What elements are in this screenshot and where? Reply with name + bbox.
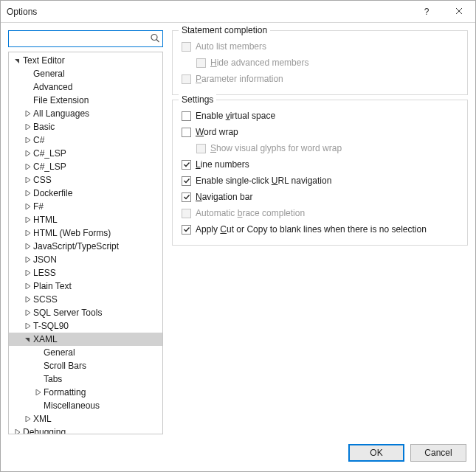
tree-item-label: General: [33, 69, 65, 79]
option-row: Auto list members: [182, 38, 458, 55]
tree-item[interactable]: File Extension: [9, 94, 162, 107]
checkbox[interactable]: [182, 128, 191, 137]
chevron-down-icon[interactable]: [13, 56, 22, 65]
chevron-right-icon[interactable]: [24, 149, 32, 158]
tree-item[interactable]: Advanced: [9, 80, 162, 94]
tree-item[interactable]: F#: [9, 200, 162, 213]
option-row[interactable]: Apply Cut or Copy to blank lines when th…: [182, 221, 458, 237]
search-field-wrap: [8, 30, 163, 47]
options-dialog: Options ? Text EditorGeneralAdvancedFile…: [0, 0, 476, 472]
cancel-button[interactable]: Cancel: [410, 444, 466, 462]
tree-item[interactable]: Plain Text: [9, 280, 162, 293]
chevron-right-icon[interactable]: [24, 255, 32, 264]
option-label: Navigation bar: [196, 192, 252, 202]
tree-item[interactable]: General: [9, 346, 162, 359]
category-tree[interactable]: Text EditorGeneralAdvancedFile Extension…: [9, 52, 162, 434]
help-button[interactable]: ?: [410, 1, 443, 23]
tree-item-label: Plain Text: [33, 281, 72, 291]
tree-item[interactable]: JavaScript/TypeScript: [9, 240, 162, 253]
checkbox: [182, 74, 191, 84]
chevron-right-icon[interactable]: [13, 428, 22, 434]
tree-spacer: [34, 348, 43, 357]
checkbox[interactable]: [182, 192, 191, 202]
checkbox[interactable]: [182, 160, 191, 170]
tree-item-label: Basic: [33, 122, 55, 132]
option-row[interactable]: Word wrap: [182, 124, 458, 140]
option-label: Automatic brace completion: [196, 208, 305, 218]
tree-item-label: LESS: [33, 268, 56, 278]
tree-item-label: All Languages: [33, 108, 89, 119]
tree-item[interactable]: JSON: [9, 253, 162, 266]
tree-item[interactable]: SQL Server Tools: [9, 306, 162, 319]
option-row[interactable]: Navigation bar: [182, 189, 458, 205]
tree-item[interactable]: Scroll Bars: [9, 359, 162, 372]
chevron-right-icon[interactable]: [24, 295, 32, 304]
tree-item[interactable]: Tabs: [9, 372, 162, 386]
chevron-right-icon[interactable]: [24, 136, 32, 145]
tree-item[interactable]: SCSS: [9, 293, 162, 306]
tree-item[interactable]: XAML: [9, 333, 162, 346]
chevron-right-icon[interactable]: [24, 189, 32, 198]
chevron-right-icon[interactable]: [24, 229, 32, 237]
tree-item-label: F#: [33, 201, 44, 212]
checkbox[interactable]: [182, 111, 191, 121]
tree-item[interactable]: Dockerfile: [9, 187, 162, 200]
search-icon[interactable]: [150, 32, 160, 45]
option-row[interactable]: Enable virtual space: [182, 108, 458, 124]
tree-item[interactable]: All Languages: [9, 107, 162, 120]
chevron-right-icon[interactable]: [24, 109, 32, 118]
tree-item[interactable]: C#_LSP: [9, 160, 162, 173]
chevron-right-icon[interactable]: [24, 268, 32, 277]
group-statement-completion: Statement completion Auto list membersHi…: [172, 30, 468, 95]
tree-item[interactable]: HTML (Web Forms): [9, 226, 162, 240]
chevron-down-icon[interactable]: [24, 335, 32, 344]
chevron-right-icon[interactable]: [24, 414, 32, 423]
chevron-right-icon[interactable]: [24, 202, 32, 211]
tree-item-label: C#_LSP: [33, 162, 66, 172]
tree-item[interactable]: C#_LSP: [9, 147, 162, 160]
ok-button[interactable]: OK: [348, 444, 404, 462]
tree-item[interactable]: Debugging: [9, 426, 162, 434]
chevron-right-icon[interactable]: [24, 242, 32, 251]
tree-item[interactable]: XML: [9, 412, 162, 426]
tree-item[interactable]: Formatting: [9, 386, 162, 399]
tree-item[interactable]: Text Editor: [9, 54, 162, 67]
tree-spacer: [24, 83, 32, 91]
option-label: Apply Cut or Copy to blank lines when th…: [196, 224, 427, 235]
option-row[interactable]: Enable single-click URL navigation: [182, 173, 458, 189]
chevron-right-icon[interactable]: [24, 322, 32, 330]
chevron-right-icon[interactable]: [24, 162, 32, 171]
tree-item[interactable]: Miscellaneous: [9, 399, 162, 412]
search-input[interactable]: [9, 31, 145, 46]
chevron-right-icon[interactable]: [24, 215, 32, 224]
tree-item[interactable]: C#: [9, 133, 162, 147]
option-row[interactable]: Line numbers: [182, 156, 458, 173]
chevron-right-icon[interactable]: [24, 122, 32, 131]
chevron-right-icon[interactable]: [24, 308, 32, 317]
chevron-right-icon[interactable]: [24, 176, 32, 184]
group-title: Statement completion: [179, 25, 270, 35]
tree-item[interactable]: HTML: [9, 213, 162, 226]
svg-line-1: [156, 39, 159, 42]
tree-item[interactable]: Basic: [9, 120, 162, 133]
chevron-right-icon[interactable]: [24, 282, 32, 291]
tree-item-label: Advanced: [33, 82, 72, 92]
option-label: Word wrap: [196, 127, 238, 137]
tree-item[interactable]: LESS: [9, 266, 162, 280]
checkbox[interactable]: [182, 225, 191, 235]
dialog-footer: OK Cancel: [1, 434, 475, 471]
tree-item-label: JavaScript/TypeScript: [33, 241, 119, 251]
tree-item-label: General: [44, 347, 75, 358]
close-button[interactable]: [443, 1, 475, 23]
checkbox: [196, 58, 206, 68]
chevron-right-icon[interactable]: [34, 388, 43, 397]
option-label: Enable virtual space: [196, 111, 275, 121]
tree-item-label: Tabs: [44, 374, 62, 384]
tree-item[interactable]: CSS: [9, 173, 162, 187]
option-label: Show visual glyphs for word wrap: [210, 143, 342, 153]
tree-item[interactable]: General: [9, 67, 162, 80]
checkbox[interactable]: [182, 176, 191, 186]
svg-point-0: [151, 34, 157, 40]
right-pane: Statement completion Auto list membersHi…: [172, 30, 468, 434]
tree-item[interactable]: T-SQL90: [9, 319, 162, 333]
